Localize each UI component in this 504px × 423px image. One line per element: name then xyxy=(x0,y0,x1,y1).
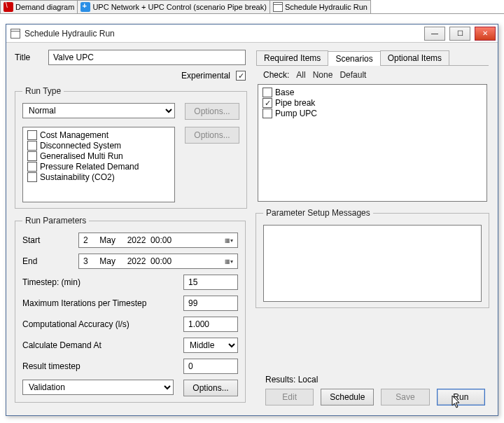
mdi-tab-strip: Demand diagram UPC Network + UPC Control… xyxy=(0,0,504,14)
run-parameters-group: Run Parameters Start 2 May 2022 00:00 ▦▾… xyxy=(15,216,246,403)
calc-demand-select[interactable]: Middle xyxy=(183,338,238,353)
titlebar[interactable]: Schedule Hydraulic Run — ☐ ✕ xyxy=(6,25,498,43)
list-item: Base xyxy=(262,88,482,97)
list-item: Pump UPC xyxy=(262,109,482,118)
run-type-group: Run Type Normal Options... Cost Manageme… xyxy=(15,86,247,209)
checkbox-icon[interactable] xyxy=(27,151,37,161)
mdi-tab-demand[interactable]: Demand diagram xyxy=(0,0,78,13)
run-type-checklist[interactable]: Cost Management Disconnected System Gene… xyxy=(22,127,175,202)
upc-network-icon xyxy=(80,2,90,12)
run-type-options-button[interactable]: Options... xyxy=(185,103,239,120)
experimental-label: Experimental xyxy=(181,71,230,81)
check-label: Check: xyxy=(263,70,289,80)
check-all-link[interactable]: All xyxy=(296,70,305,80)
close-button[interactable]: ✕ xyxy=(475,27,496,41)
run-parameters-legend: Run Parameters xyxy=(22,216,89,226)
demand-diagram-icon xyxy=(4,2,13,12)
validation-options-button[interactable]: Options... xyxy=(183,380,238,396)
list-item: Pipe break xyxy=(262,98,482,108)
accuracy-label: Computational Accuracy (l/s) xyxy=(22,319,183,329)
checkbox-icon[interactable] xyxy=(27,162,37,172)
validation-select[interactable]: Validation xyxy=(22,380,174,395)
title-input[interactable] xyxy=(48,50,246,65)
parameter-messages-box[interactable] xyxy=(263,225,482,302)
right-tabs: Required Items Scenarios Optional Items xyxy=(256,50,489,66)
checkbox-icon[interactable] xyxy=(262,98,272,108)
checkbox-icon[interactable] xyxy=(27,141,37,151)
list-item: Pressure Related Demand xyxy=(27,162,170,172)
maxiter-label: Maximum Iterations per Timestep xyxy=(22,298,183,308)
list-item: Cost Management xyxy=(27,130,170,140)
list-item: Generalised Multi Run xyxy=(27,151,170,161)
title-label: Title xyxy=(15,53,48,62)
parameter-messages-group: Parameter Setup Messages xyxy=(255,208,489,308)
checkbox-icon[interactable] xyxy=(27,130,37,140)
schedule-button[interactable]: Schedule xyxy=(321,389,374,405)
calc-demand-label: Calculate Demand At xyxy=(22,340,183,350)
accuracy-input[interactable] xyxy=(183,317,238,332)
start-datetime-picker[interactable]: 2 May 2022 00:00 ▦▾ xyxy=(78,233,238,248)
check-none-link[interactable]: None xyxy=(313,70,333,80)
window-title: Schedule Hydraulic Run xyxy=(24,29,422,39)
run-button[interactable]: Run xyxy=(437,389,485,405)
maxiter-input[interactable] xyxy=(183,296,238,311)
calendar-dropdown-icon[interactable]: ▦▾ xyxy=(225,258,233,265)
save-button[interactable]: Save xyxy=(381,389,429,405)
end-datetime-picker[interactable]: 3 May 2022 00:00 ▦▾ xyxy=(78,254,238,269)
mdi-tab-network[interactable]: UPC Network + UPC Control (scenario Pipe… xyxy=(77,0,270,13)
mdi-tab-label: Schedule Hydraulic Run xyxy=(285,3,368,11)
run-type-sub-options-button[interactable]: Options... xyxy=(185,127,239,144)
result-timestep-input[interactable] xyxy=(183,359,238,374)
end-label: End xyxy=(22,256,78,266)
scenario-list[interactable]: Base Pipe break Pump UPC xyxy=(258,84,487,202)
minimize-button[interactable]: — xyxy=(424,27,445,41)
run-type-legend: Run Type xyxy=(22,86,64,96)
list-item: Disconnected System xyxy=(27,141,170,151)
start-label: Start xyxy=(22,235,78,245)
results-location-label: Results: Local xyxy=(265,375,489,384)
window-icon xyxy=(10,29,20,39)
checkbox-icon[interactable] xyxy=(27,172,37,182)
mdi-tab-label: Demand diagram xyxy=(15,3,74,11)
schedule-run-icon xyxy=(273,2,283,12)
tab-required-items[interactable]: Required Items xyxy=(256,50,328,65)
mdi-tab-label: UPC Network + UPC Control (scenario Pipe… xyxy=(92,3,267,11)
edit-button[interactable]: Edit xyxy=(265,389,314,405)
tab-scenarios[interactable]: Scenarios xyxy=(328,51,380,66)
run-type-select[interactable]: Normal xyxy=(22,103,175,118)
checkbox-icon[interactable] xyxy=(262,109,272,118)
list-item: Sustainability (CO2) xyxy=(27,172,170,182)
maximize-button[interactable]: ☐ xyxy=(449,27,470,41)
mdi-tab-schedule[interactable]: Schedule Hydraulic Run xyxy=(270,0,371,13)
tab-optional-items[interactable]: Optional Items xyxy=(380,50,449,65)
result-timestep-label: Result timestep xyxy=(22,361,183,371)
checkbox-icon[interactable] xyxy=(262,88,272,97)
timestep-label: Timestep: (min) xyxy=(22,277,183,287)
timestep-input[interactable] xyxy=(183,275,238,290)
check-default-link[interactable]: Default xyxy=(340,70,366,80)
calendar-dropdown-icon[interactable]: ▦▾ xyxy=(225,237,233,244)
schedule-hydraulic-run-window: Schedule Hydraulic Run — ☐ ✕ Title Exper… xyxy=(6,24,498,416)
experimental-checkbox[interactable] xyxy=(236,71,246,81)
parameter-messages-legend: Parameter Setup Messages xyxy=(263,208,373,218)
